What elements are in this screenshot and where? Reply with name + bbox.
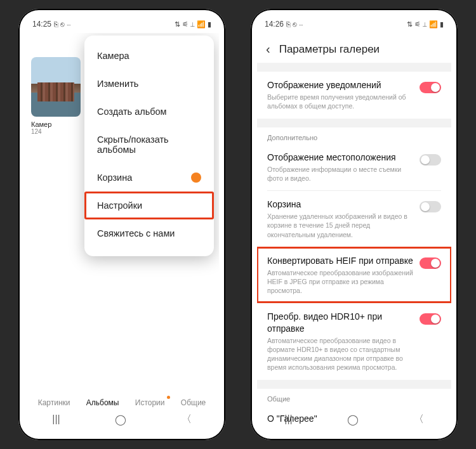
setting-title: Преобр. видео HDR10+ при отправке <box>267 311 413 334</box>
home-icon[interactable]: ◯ <box>115 413 126 426</box>
menu-label: Изменить <box>97 79 138 89</box>
album-thumbnail[interactable] <box>31 57 81 117</box>
menu-label: Создать альбом <box>97 107 167 117</box>
toggle-switch[interactable] <box>420 82 441 93</box>
settings-content: ‹ Параметры галереи Отображение уведомле… <box>257 33 451 433</box>
setting-title: Отображение уведомлений <box>267 79 413 91</box>
menu-item-hide-albums[interactable]: Скрыть/показать альбомы <box>84 126 214 164</box>
setting-title: Конвертировать HEIF при отправке <box>267 255 413 266</box>
tab-pictures[interactable]: Картинки <box>38 398 70 407</box>
status-right-icons: ⇅ ⚟ ⟂ 📶 ▮ <box>175 20 211 29</box>
tab-label: Истории <box>135 398 165 407</box>
phone-left: 14:25⎘ ⎋ ⋯ ⇅ ⚟ ⟂ 📶 ▮ Камер 124 Камера Из… <box>18 9 225 440</box>
phone-right: 14:26⎘ ⎋ ⋯ ⇅ ⚟ ⟂ 📶 ▮ ‹ Параметры галереи… <box>251 9 458 440</box>
setting-heif-convert[interactable]: Конвертировать HEIF при отправке Автомат… <box>257 247 451 303</box>
setting-subtitle: Выберите время получения уведомлений об … <box>267 93 413 110</box>
status-left-icons: ⎘ ⎋ ⋯ <box>286 20 303 28</box>
menu-label: Камера <box>97 51 129 61</box>
toggle-switch[interactable] <box>420 257 441 269</box>
android-navbar: ||| ◯ 〈 <box>25 410 219 429</box>
setting-title: Отображение местоположения <box>267 152 413 163</box>
menu-item-settings[interactable]: Настройки <box>84 192 214 219</box>
bottom-tabs: Картинки Альбомы Истории Общие <box>25 398 219 407</box>
recent-apps-icon[interactable]: ||| <box>52 413 60 425</box>
menu-label: Скрыть/показать альбомы <box>97 134 201 155</box>
setting-subtitle: Автоматическое преобразование изображени… <box>267 268 413 296</box>
setting-subtitle: Отображение информации о месте съемки фо… <box>267 165 413 183</box>
menu-item-camera[interactable]: Камера <box>84 42 214 70</box>
section-label-general: Общие <box>257 389 451 405</box>
tab-albums[interactable]: Альбомы <box>86 398 119 407</box>
settings-list[interactable]: Отображение уведомлений Выберите время п… <box>257 63 451 433</box>
page-title: Параметры галереи <box>279 43 380 56</box>
menu-item-create-album[interactable]: Создать альбом <box>84 98 214 126</box>
setting-title: Корзина <box>267 198 413 210</box>
toggle-switch[interactable] <box>420 313 441 325</box>
android-navbar: ||| ◯ 〈 <box>257 410 451 429</box>
menu-item-trash[interactable]: Корзина <box>84 164 214 192</box>
menu-label: Корзина <box>97 172 132 183</box>
section-label-more: Дополнительно <box>257 127 451 144</box>
setting-hdr10-convert[interactable]: Преобр. видео HDR10+ при отправке Автома… <box>257 303 451 379</box>
statusbar: 14:25⎘ ⎋ ⋯ ⇅ ⚟ ⟂ 📶 ▮ <box>25 15 219 33</box>
menu-label: Настройки <box>97 200 142 211</box>
setting-notifications[interactable]: Отображение уведомлений Выберите время п… <box>257 72 451 119</box>
back-icon[interactable]: 〈 <box>414 413 424 426</box>
menu-item-contact-us[interactable]: Свяжитесь с нами <box>84 219 214 247</box>
screen-right: 14:26⎘ ⎋ ⋯ ⇅ ⚟ ⟂ 📶 ▮ ‹ Параметры галереи… <box>257 15 451 433</box>
tab-stories[interactable]: Истории <box>135 398 165 407</box>
badge-icon <box>191 172 201 183</box>
gallery-content: Камер 124 Камера Изменить Создать альбом… <box>25 33 219 433</box>
status-right-icons: ⇅ ⚟ ⟂ 📶 ▮ <box>407 20 444 29</box>
toggle-switch[interactable] <box>420 154 441 166</box>
menu-item-edit[interactable]: Изменить <box>84 70 214 98</box>
setting-subtitle: Хранение удаленных изображений и видео в… <box>267 212 413 239</box>
status-time: 14:26 <box>265 20 284 29</box>
toggle-switch[interactable] <box>420 201 441 212</box>
overflow-menu: Камера Изменить Создать альбом Скрыть/по… <box>84 36 214 256</box>
status-time: 14:25 <box>32 20 51 29</box>
dot-indicator-icon <box>167 396 170 399</box>
section-divider <box>257 380 451 389</box>
setting-location[interactable]: Отображение местоположения Отображение и… <box>257 144 451 191</box>
settings-header: ‹ Параметры галереи <box>257 33 451 63</box>
setting-trash[interactable]: Корзина Хранение удаленных изображений и… <box>257 191 451 247</box>
recent-apps-icon[interactable]: ||| <box>284 413 292 425</box>
status-left-icons: ⎘ ⎋ ⋯ <box>54 20 71 28</box>
tab-shared[interactable]: Общие <box>181 398 206 407</box>
section-divider <box>257 119 451 127</box>
screen-left: 14:25⎘ ⎋ ⋯ ⇅ ⚟ ⟂ 📶 ▮ Камер 124 Камера Из… <box>25 15 219 433</box>
statusbar: 14:26⎘ ⎋ ⋯ ⇅ ⚟ ⟂ 📶 ▮ <box>257 15 451 33</box>
setting-subtitle: Автоматическое преобразование видео в фо… <box>267 336 413 372</box>
back-icon[interactable]: 〈 <box>182 413 192 426</box>
home-icon[interactable]: ◯ <box>347 413 359 426</box>
section-divider <box>257 63 451 72</box>
back-arrow-icon[interactable]: ‹ <box>266 42 270 56</box>
menu-label: Свяжитесь с нами <box>97 228 175 238</box>
